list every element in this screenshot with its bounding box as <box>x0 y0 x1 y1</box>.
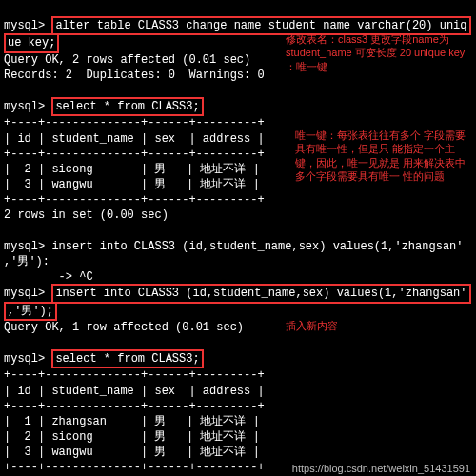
table-row: | 2 | sicong | 男 | 地址不详 | <box>4 430 260 444</box>
table-border: +----+--------------+------+---------+ <box>4 148 265 161</box>
annotation-2: 唯一键：每张表往往有多个 字段需要具有唯一性，但是只 能指定一个主键，因此，唯一… <box>295 129 471 183</box>
records-line: Records: 2 Duplicates: 0 Warnings: 0 <box>4 69 265 82</box>
prompt: mysql> <box>4 19 51 32</box>
source-url: https://blog.csdn.net/weixin_51431591 <box>292 463 470 474</box>
table-border: +----+--------------+------+---------+ <box>4 116 265 129</box>
table-border: +----+--------------+------+---------+ <box>4 461 265 474</box>
table-row: | 1 | zhangsan | 男 | 地址不详 | <box>4 415 260 428</box>
table-border: +----+--------------+------+---------+ <box>4 193 265 207</box>
table-header: | id | student_name | sex | address | <box>4 132 265 146</box>
annotation-1: 修改表名：class3 更改字段name为 student_name 可变长度 … <box>286 32 466 73</box>
sql-insert-1a: mysql> insert into CLASS3 (id,student_na… <box>4 240 463 253</box>
sql-insert-box-2: ,'男'); <box>4 302 57 321</box>
query-ok: Query OK, 1 row affected (0.01 sec) <box>4 321 244 334</box>
table-header: | id | student_name | sex | address | <box>4 385 265 398</box>
table-row: | 3 | wangwu | 男 | 地址不详 | <box>4 446 260 459</box>
rows-in-set: 2 rows in set (0.00 sec) <box>4 208 169 222</box>
table-border: +----+--------------+------+---------+ <box>4 368 265 382</box>
sql-select-box-1: select * from CLASS3; <box>51 97 203 116</box>
sql-insert-1b: ,'男'): <box>4 255 50 268</box>
prompt: mysql> <box>4 352 51 366</box>
sql-insert-box: insert into CLASS3 (id,student_name,sex)… <box>51 284 470 303</box>
table-row: | 2 | sicong | 男 | 地址不详 | <box>4 163 260 176</box>
ctrl-c: -> ^C <box>4 270 93 284</box>
sql-alter-box-2: ue key; <box>4 33 59 52</box>
table-border: +----+--------------+------+---------+ <box>4 400 265 413</box>
prompt: mysql> <box>4 287 51 300</box>
sql-select-box-2: select * from CLASS3; <box>51 349 203 368</box>
table-row: | 3 | wangwu | 男 | 地址不详 | <box>4 178 260 191</box>
prompt: mysql> <box>4 100 51 113</box>
annotation-3: 插入新内容 <box>286 319 338 332</box>
query-ok: Query OK, 2 rows affected (0.01 sec) <box>4 53 250 67</box>
